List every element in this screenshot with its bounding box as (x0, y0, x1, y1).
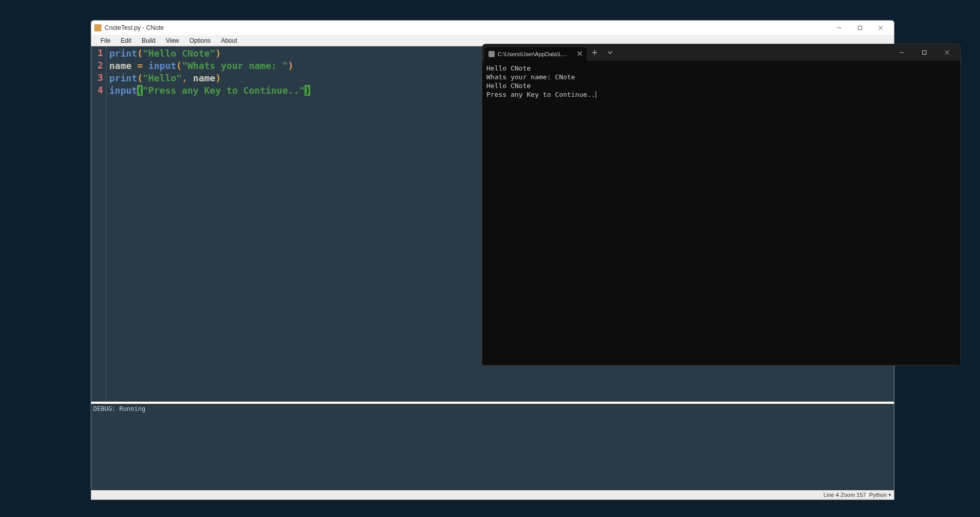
status-zoom: Zoom 157 (840, 492, 866, 498)
line-number: 3 (91, 72, 106, 84)
close-tab-button[interactable] (575, 50, 584, 58)
chevron-down-icon[interactable]: ▼ (888, 493, 892, 497)
menu-file[interactable]: File (95, 36, 115, 45)
svg-rect-9 (923, 51, 926, 55)
menu-about[interactable]: About (216, 36, 242, 45)
window-title: CnoteTest.py - CNote (105, 24, 164, 31)
gutter: 1234 (91, 46, 107, 402)
menu-options[interactable]: Options (184, 36, 216, 45)
terminal-tab-icon (488, 51, 495, 57)
terminal-tab-label: C:\Users\User\AppData\Local\P... (498, 51, 570, 57)
tab-dropdown-button[interactable] (602, 45, 618, 60)
terminal-maximize-button[interactable] (913, 45, 936, 60)
output-text: DEBUG: Running (93, 405, 145, 412)
status-line: Line 4 (823, 492, 839, 498)
terminal-tabbar: C:\Users\User\AppData\Local\P... (482, 44, 960, 61)
app-icon (94, 24, 102, 31)
cursor (596, 91, 596, 98)
terminal-line: Hello CNote (486, 64, 956, 73)
terminal-line: Hello CNote (486, 81, 956, 90)
status-language[interactable]: Python (869, 492, 887, 498)
line-number: 4 (91, 84, 106, 97)
maximize-button[interactable] (850, 22, 870, 34)
line-number: 1 (91, 47, 106, 60)
menu-edit[interactable]: Edit (115, 36, 137, 45)
terminal-line: Whats your name: CNote (486, 73, 956, 81)
new-tab-button[interactable] (587, 45, 602, 60)
terminal-window: C:\Users\User\AppData\Local\P... Hello C… (482, 44, 961, 366)
statusbar: Line 4 Zoom 157 Python ▼ (91, 490, 894, 499)
terminal-close-button[interactable] (936, 45, 958, 60)
terminal-body[interactable]: Hello CNoteWhats your name: CNoteHello C… (482, 61, 960, 365)
editor-titlebar[interactable]: CnoteTest.py - CNote (91, 21, 894, 35)
minimize-button[interactable] (829, 22, 850, 34)
terminal-minimize-button[interactable] (890, 45, 913, 60)
output-panel[interactable]: DEBUG: Running (91, 404, 894, 490)
menu-view[interactable]: View (161, 36, 184, 45)
line-number: 2 (91, 60, 106, 72)
terminal-line: Press any Key to Continue.. (486, 90, 956, 99)
menu-build[interactable]: Build (137, 36, 161, 45)
svg-rect-1 (858, 26, 862, 30)
terminal-tab[interactable]: C:\Users\User\AppData\Local\P... (484, 47, 587, 61)
close-button[interactable] (870, 22, 891, 34)
